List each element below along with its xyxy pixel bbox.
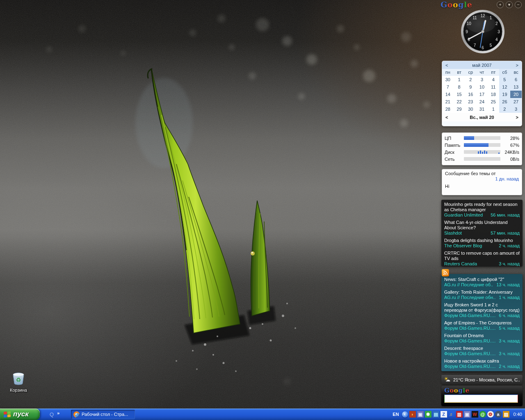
calendar-day-cell[interactable]: 1	[488, 105, 499, 113]
image-viewer-icon[interactable]: ▨	[503, 411, 509, 418]
mail-agent-icon[interactable]: @	[479, 411, 486, 418]
calendar-day-cell[interactable]: 31	[476, 105, 488, 113]
calendar-day-cell[interactable]: 30	[465, 105, 476, 113]
download-master-icon[interactable]: ◗	[409, 411, 416, 418]
calendar-day-cell[interactable]: 23	[465, 98, 476, 105]
calendar-day-cell[interactable]: 1	[454, 76, 465, 83]
start-button[interactable]: пуск	[0, 409, 40, 420]
news-item-title[interactable]: CRTRC to remove caps on amount of TV ads	[444, 251, 520, 261]
calendar-day-cell[interactable]: 30	[442, 76, 454, 83]
calendar-day-cell[interactable]: 17	[476, 91, 488, 98]
web-clip-item-source[interactable]: Форум Old-Games.RU. В..	[444, 326, 497, 331]
web-clip-item-source[interactable]: Форум Old-Games.RU. В..	[444, 313, 497, 318]
calendar-day-cell[interactable]: 5	[499, 76, 511, 83]
web-clip-item-source[interactable]: AG.ru // Последние об..	[444, 282, 493, 288]
calendar-day-cell[interactable]: 6	[510, 76, 522, 83]
web-clip-item-title[interactable]: Gallery: Tomb Raider: Anniversary	[444, 290, 520, 295]
web-clip-item[interactable]: Ищу Broken Sword 1 и 2 с переводом от Фа…	[441, 301, 523, 319]
language-indicator[interactable]: EN	[391, 411, 400, 418]
calendar-day-cell[interactable]: 2	[499, 105, 511, 113]
calendar-next-month-button[interactable]: >	[513, 63, 518, 68]
calendar-day-cell[interactable]: 16	[465, 91, 476, 98]
quick-launch-search-icon[interactable]: Q	[50, 411, 54, 418]
news-item[interactable]: CRTRC to remove caps on amount of TV ads…	[441, 249, 523, 267]
clock-widget[interactable]: 123456789101112	[460, 9, 505, 54]
calendar-day-cell[interactable]: 7	[442, 83, 454, 91]
calendar-day-cell[interactable]: 3	[510, 105, 522, 113]
web-clip-item-title[interactable]: Fountain of Dreams	[444, 333, 520, 338]
sidebar-menu-button[interactable]: ▾	[506, 1, 513, 8]
calendar-day-cell[interactable]: 4	[488, 76, 499, 83]
news-item-source[interactable]: Slashdot	[444, 231, 462, 236]
network-status-icon[interactable]: ▣	[417, 411, 424, 418]
taskbar-task-button[interactable]: Рабочий стол - Стра...	[71, 410, 135, 419]
web-clip-item[interactable]: Age of Empires - The ConqurerosФорум Old…	[441, 319, 523, 332]
calendar-day-cell[interactable]: 3	[476, 76, 488, 83]
calendar-day-cell[interactable]: 13	[510, 83, 522, 91]
calendar-day-cell[interactable]: 22	[454, 98, 465, 105]
lan-connection-icon[interactable]: ▣	[464, 411, 470, 418]
calendar-prev-day-button[interactable]: <	[445, 115, 451, 120]
weather-widget[interactable]: ☀ ☁ 21°C Ясно - Москва, Россия, С..	[441, 375, 523, 384]
news-item[interactable]: What Can 4-yr-olds Understand About Scie…	[441, 219, 523, 237]
news-item-title[interactable]: What Can 4-yr-olds Understand About Scie…	[444, 220, 520, 231]
tray-collapse-button[interactable]: ‹	[402, 411, 408, 418]
calendar-day-cell[interactable]: 11	[488, 83, 499, 91]
calendar-day-cell[interactable]: 28	[442, 105, 454, 113]
news-item-title[interactable]: Mourinho gets ready for next season as C…	[444, 202, 520, 212]
web-clip-item-title[interactable]: Ищу Broken Sword 1 и 2 с переводом от Фа…	[444, 302, 520, 313]
news-item[interactable]: Drogba delights dashing MourinhoThe Obse…	[441, 237, 523, 249]
web-clip-item-source[interactable]: Форум Old-Games.RU. В..	[444, 364, 497, 369]
web-clip-item[interactable]: Descent: freespaceФорум Old-Games.RU. В.…	[441, 345, 523, 357]
add-gadget-button[interactable]: +	[497, 1, 504, 8]
web-clip-item-title[interactable]: News: StarCraft с цифрой "2"	[444, 277, 520, 282]
news-item-source[interactable]: Reuters Canada	[444, 261, 477, 267]
system-monitor-widget[interactable]: ЦП28%Память67%Диск24KB/sСеть0B/s	[442, 133, 522, 165]
web-clip-item-source[interactable]: Форум Old-Games.RU. В..	[444, 338, 497, 344]
web-clip-item-source[interactable]: AG.ru // Последние обн..	[444, 295, 495, 300]
web-clip-item-title[interactable]: Descent: freespace	[444, 346, 520, 351]
news-item-title[interactable]: Drogba delights dashing Mourinho	[444, 238, 520, 243]
winamp-icon[interactable]: W	[472, 411, 478, 418]
desktop[interactable]: ♻ Корзина Google +▾−	[0, 0, 525, 409]
web-clip-item-title[interactable]: Age of Empires - The Conqureros	[444, 320, 520, 326]
web-clip-item[interactable]: Fountain of DreamsФорум Old-Games.RU. В.…	[441, 332, 523, 345]
web-clip-item-source[interactable]: Форум Old-Games.RU. В..	[444, 351, 497, 356]
calendar-day-cell[interactable]: 10	[476, 83, 488, 91]
web-clip-item-title[interactable]: Новое в настройках сайта	[444, 358, 520, 364]
search-input[interactable]	[444, 395, 518, 403]
calendar-day-cell[interactable]: 14	[442, 91, 454, 98]
calendar-day-cell[interactable]: 8	[454, 83, 465, 91]
calendar-day-cell[interactable]: 15	[454, 91, 465, 98]
calendar-day-cell[interactable]: 24	[476, 98, 488, 105]
calendar-day-cell[interactable]: 29	[454, 105, 465, 113]
rss-icon[interactable]	[442, 269, 449, 276]
calendar-day-cell[interactable]: 20	[510, 91, 522, 98]
calendar-prev-month-button[interactable]: <	[445, 63, 451, 68]
calendar-day-cell[interactable]: 27	[510, 98, 522, 105]
web-clip-item[interactable]: News: StarCraft с цифрой "2"AG.ru // Пос…	[441, 276, 523, 288]
minimize-sidebar-button[interactable]: −	[515, 1, 522, 8]
taskbar-clock[interactable]: 0:40	[514, 412, 522, 417]
calendar-day-cell[interactable]: 21	[442, 98, 454, 105]
recycle-bin-icon[interactable]: ♻ Корзина	[5, 372, 32, 393]
quick-launch-chevron-icon[interactable]: »	[57, 411, 59, 415]
volume-icon[interactable]: ♬	[448, 411, 455, 418]
news-item-source[interactable]: The Observer Blog	[444, 243, 482, 249]
news-item-source[interactable]: Guardian Unlimited	[444, 212, 483, 218]
calendar-day-cell[interactable]: 9	[465, 83, 476, 91]
calendar-day-cell[interactable]: 12	[499, 83, 511, 91]
icq-flower-icon[interactable]: ✽	[425, 411, 431, 418]
z-utility-icon[interactable]: Z	[441, 411, 447, 418]
calendar-day-cell[interactable]: 19	[499, 91, 511, 98]
calendar-next-day-button[interactable]: >	[513, 115, 518, 120]
web-clip-item[interactable]: Gallery: Tomb Raider: AnniversaryAG.ru /…	[441, 288, 523, 301]
web-clip-item[interactable]: Новое в настройках сайтаФорум Old-Games.…	[441, 357, 523, 370]
calendar-day-cell[interactable]: 25	[488, 98, 499, 105]
display-settings-icon[interactable]: ▤	[433, 411, 439, 418]
globe-a-icon[interactable]: a	[495, 411, 502, 418]
dictionary-icon[interactable]: ▥	[456, 411, 463, 418]
swirl-app-icon[interactable]: ❂	[487, 411, 494, 418]
news-item[interactable]: Mourinho gets ready for next season as C…	[441, 201, 523, 219]
calendar-day-cell[interactable]: 2	[465, 76, 476, 83]
